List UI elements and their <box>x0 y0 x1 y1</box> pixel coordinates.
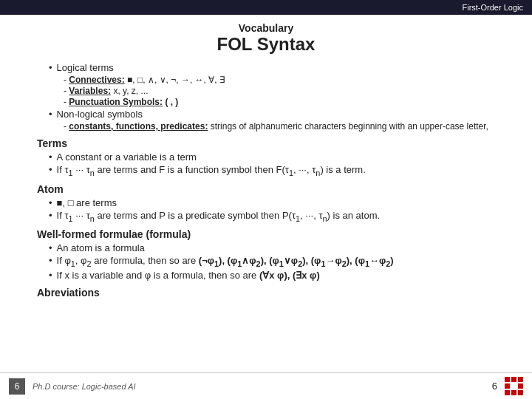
logical-terms-label: Logical terms <box>57 62 114 73</box>
logo-cell <box>518 390 523 395</box>
terms-bullet1: • A constant or a variable is a term <box>49 151 495 163</box>
vocabulary-section: • Logical terms Connectives: ■, □, ∧, ∨,… <box>37 62 495 132</box>
punctuation-value: ( , ) <box>165 97 178 107</box>
punctuation-item: Punctuation Symbols: ( , ) <box>64 97 495 107</box>
terms-section-label: Terms <box>37 137 495 149</box>
constants-value: strings of alphanumeric characters begin… <box>211 121 488 132</box>
atom-bullet1: • ■, □ are terms <box>49 197 495 208</box>
header-title: First-Order Logic <box>462 3 523 12</box>
page-num-box: 6 <box>9 378 25 395</box>
logical-terms-item: • Logical terms <box>49 62 495 73</box>
wff-bullet3: • If x is a variable and φ is a formula,… <box>49 270 495 281</box>
punctuation-label: Punctuation Symbols: <box>69 97 163 107</box>
upc-logo <box>505 377 523 395</box>
variables-value: x, y, z, ... <box>113 86 148 96</box>
page-num-right: 6 <box>492 381 497 392</box>
logo-cell <box>511 377 516 382</box>
course-text: Ph.D course: Logic-based AI <box>33 382 492 391</box>
wff-section-label: Well-formed formulae (formula) <box>37 228 495 240</box>
logo-cell <box>518 377 523 382</box>
atom-section-label: Atom <box>37 183 495 195</box>
abrev-section-label: Abreviations <box>37 287 495 299</box>
wff-bullet1: • An atom is a formula <box>49 242 495 253</box>
bullet-dot: • <box>49 62 52 73</box>
logo-cell <box>505 383 510 389</box>
logo-cell <box>505 390 510 395</box>
logo-cell-empty <box>511 383 516 389</box>
connectives-item: Connectives: ■, □, ∧, ∨, ¬, →, ↔, ∀, ∃ <box>64 75 495 85</box>
connectives-value: ■, □, ∧, ∨, ¬, →, ↔, ∀, ∃ <box>127 75 225 85</box>
constants-item: constants, functions, predicates: string… <box>64 121 495 132</box>
atom-section: • ■, □ are terms • If τ1 ··· τn are term… <box>37 197 495 223</box>
logo-cell <box>518 383 523 389</box>
constants-label: constants, functions, predicates: <box>69 121 208 132</box>
logo-cell <box>511 390 516 395</box>
nonlogical-label: Non-logical symbols <box>57 109 143 120</box>
logo-cell <box>505 377 510 382</box>
wff-bullet2: • If φ1, φ2 are formula, then so are (¬φ… <box>49 255 495 268</box>
variables-item: Variables: x, y, z, ... <box>64 86 495 96</box>
variables-label: Variables: <box>69 86 111 96</box>
connectives-label: Connectives: <box>69 75 124 85</box>
wff-section: • An atom is a formula • If φ1, φ2 are f… <box>37 242 495 281</box>
nonlogical-item: • Non-logical symbols <box>49 109 495 120</box>
page-title: FOL Syntax <box>37 34 495 55</box>
terms-section: • A constant or a variable is a term • I… <box>37 151 495 177</box>
header-bar: First-Order Logic <box>0 0 532 15</box>
bottom-bar: 6 Ph.D course: Logic-based AI 6 <box>0 372 532 399</box>
bullet-dot-2: • <box>49 109 52 120</box>
vocabulary-label: Vocabulary <box>239 22 293 34</box>
atom-bullet2: • If τ1 ··· τn are terms and P is a pred… <box>49 210 495 223</box>
terms-bullet2: • If τ1 ··· τn are terms and F is a func… <box>49 164 495 177</box>
